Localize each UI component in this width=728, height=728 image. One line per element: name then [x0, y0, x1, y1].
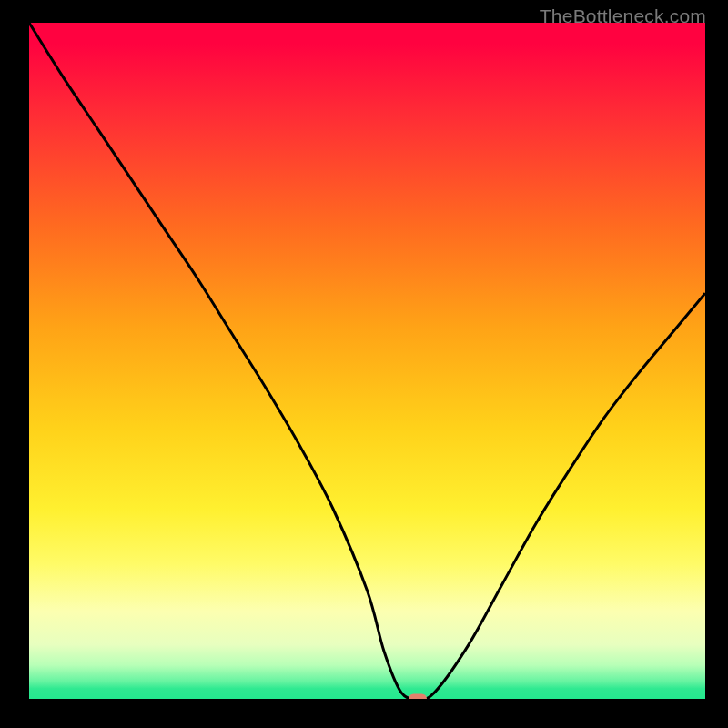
chart-stage: TheBottleneck.com — [0, 0, 728, 728]
plot-area — [29, 23, 705, 699]
bottleneck-curve — [29, 23, 705, 699]
optimum-marker — [409, 694, 427, 700]
